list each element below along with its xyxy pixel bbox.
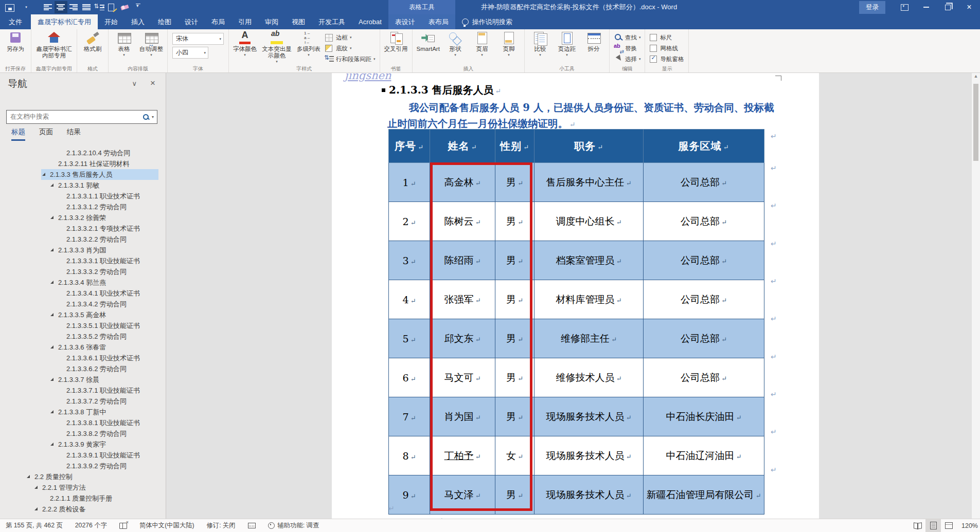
qat-align-left-button[interactable] <box>42 1 55 13</box>
vertical-scrollbar[interactable]: ▲ <box>971 72 980 519</box>
tab-insert[interactable]: 插入 <box>124 14 151 29</box>
nav-heading-item[interactable]: 2.1.3.3.5.2 劳动合同 <box>0 331 166 342</box>
nav-heading-item[interactable]: 2.1.3.2.11 社保证明材料 <box>0 158 166 169</box>
gridlines-checkbox[interactable]: 网格线 <box>648 43 686 53</box>
tab-draw[interactable]: 绘图 <box>151 14 178 29</box>
close-icon[interactable]: × <box>150 78 155 88</box>
nav-heading-item[interactable]: 2.1.3.3.1 郭敏 <box>0 180 166 191</box>
autofit-button[interactable]: 自动调整▾ <box>138 31 165 58</box>
document-search-input[interactable]: 在文档中搜索 ▾ <box>6 110 157 124</box>
cell-gender[interactable]: 男↵ <box>495 202 534 241</box>
scrollbar-thumb[interactable] <box>973 84 978 161</box>
navigation-pane-checkbox[interactable]: 导航窗格 <box>648 54 686 64</box>
cell-gender[interactable]: 男↵ <box>495 319 534 358</box>
nav-heading-item[interactable]: 2.1.3.3.2.1 专项技术证书 <box>0 223 166 234</box>
cell-region[interactable]: 公司总部↵ <box>644 280 764 319</box>
cell-name[interactable]: 陈树云↵ <box>430 202 495 241</box>
tab-file[interactable]: 文件 <box>0 14 31 29</box>
scroll-up-icon[interactable]: ▲ <box>972 74 980 79</box>
font-name-combo[interactable]: 宋体▾ <box>172 33 224 45</box>
track-changes-status[interactable]: 修订: 关闭 <box>207 521 236 530</box>
sign-in-button[interactable]: 登录 <box>859 1 885 14</box>
nav-heading-item[interactable]: 2.1.3.3.8.2 劳动合同 <box>0 428 166 439</box>
expand-arrow-icon[interactable] <box>50 184 54 187</box>
zoom-level[interactable]: 120% <box>961 522 978 529</box>
page-number-status[interactable]: 第 155 页, 共 462 页 <box>6 521 63 530</box>
word-count-status[interactable]: 20276 个字 <box>75 521 107 530</box>
qat-customize-qat-button[interactable] <box>132 1 145 13</box>
proofing-status[interactable] <box>119 523 127 529</box>
cell-region[interactable]: 公司总部↵ <box>644 163 764 202</box>
shapes-button[interactable]: 形状▾ <box>442 31 468 58</box>
nav-heading-item[interactable]: 2.1.3.3.4.1 职业技术证书 <box>0 288 166 299</box>
margins-button[interactable]: 页边距▾ <box>554 31 580 58</box>
tab-table-layout[interactable]: 表布局 <box>422 14 455 29</box>
minimize-button[interactable] <box>915 0 937 14</box>
text-highlight-button[interactable]: 文本突出显示颜色▾ <box>259 31 294 64</box>
cell-title[interactable]: 现场服务技术人员↵ <box>534 397 644 436</box>
split-button[interactable]: 拆分 <box>581 31 607 53</box>
tab-references[interactable]: 引用 <box>231 14 258 29</box>
nav-heading-item[interactable]: 2.1.3.3.7 徐晨 <box>0 374 166 385</box>
borders-button[interactable]: 边框▾ <box>323 32 377 43</box>
cell-no[interactable]: 9↵ <box>389 475 430 515</box>
nav-tab-pages[interactable]: 页面 <box>39 127 53 141</box>
cell-name[interactable]: 马文泽↵ <box>430 475 495 515</box>
nav-heading-item[interactable]: 2.1.3.2.10.4 劳动合同 <box>0 148 166 158</box>
nav-tab-headings[interactable]: 标题 <box>11 127 25 141</box>
nav-heading-item[interactable]: 2.1.3.3.7.2 劳动合同 <box>0 396 166 407</box>
brand-suite-button[interactable]: 鑫晟宇标书汇内部专用 <box>34 31 74 60</box>
nav-heading-item[interactable]: 2.2.1 管理方法 <box>0 482 166 493</box>
cell-title[interactable]: 维修部主任↵ <box>534 319 644 358</box>
nav-heading-item[interactable]: 2.1.3.3.3.2 劳动合同 <box>0 266 166 277</box>
nav-tab-results[interactable]: 结果 <box>67 127 81 141</box>
nav-heading-item[interactable]: 2.2 质量控制 <box>0 471 166 482</box>
tab-acrobat[interactable]: Acrobat <box>352 14 388 29</box>
overtype-status[interactable] <box>248 523 256 528</box>
nav-heading-item[interactable]: 2.1.3.3.9.1 职业技能证书 <box>0 450 166 461</box>
format-painter-button[interactable]: 格式刷 <box>80 31 105 53</box>
cell-gender[interactable]: 男↵ <box>495 280 534 319</box>
cell-region[interactable]: 公司总部↵ <box>644 241 764 280</box>
cell-name[interactable]: 丁柏予↵ <box>430 436 495 475</box>
qat-format-eraser-button[interactable] <box>119 1 132 13</box>
cell-name[interactable]: 高金林↵ <box>430 163 495 202</box>
restore-button[interactable] <box>937 0 958 14</box>
cell-title[interactable]: 档案室管理员↵ <box>534 241 644 280</box>
nav-heading-item[interactable]: 2.1.3.3.7.1 职业技能证书 <box>0 385 166 396</box>
font-size-combo[interactable]: 小四▾ <box>172 47 208 59</box>
compare-button[interactable]: 比较▾ <box>527 31 553 58</box>
smartart-button[interactable]: SmartArt <box>415 31 441 53</box>
accessibility-status[interactable]: 辅助功能: 调查 <box>268 521 319 530</box>
qat-undo-button[interactable]: ▾ <box>16 1 29 13</box>
close-button[interactable]: × <box>958 0 980 14</box>
find-button[interactable]: 查找▾ <box>612 32 643 43</box>
qat-align-center-button[interactable] <box>55 1 67 13</box>
expand-arrow-icon[interactable] <box>50 281 54 284</box>
header-button[interactable]: 页眉▾ <box>469 31 495 58</box>
cell-no[interactable]: 7↵ <box>389 397 430 436</box>
cell-title[interactable]: 现场服务技术人员↵ <box>534 475 644 515</box>
tab-table-design[interactable]: 表设计 <box>388 14 422 29</box>
qat-redo-button[interactable] <box>29 1 42 13</box>
document-page[interactable]: jingshen 2.1.3.3 售后服务人员 ↵ 我公司配备售后服务人员 9 … <box>332 72 819 519</box>
tab-design[interactable]: 设计 <box>178 14 205 29</box>
qat-align-right-button[interactable] <box>67 1 80 13</box>
cell-gender[interactable]: 男↵ <box>495 163 534 202</box>
cell-name[interactable]: 邱文东↵ <box>430 319 495 358</box>
cell-name[interactable]: 陈绍雨↵ <box>430 241 495 280</box>
nav-heading-item[interactable]: 2.1.3.3.8.1 职业技能证书 <box>0 417 166 428</box>
nav-heading-item[interactable]: 2.1.3.3.4.2 劳动合同 <box>0 299 166 309</box>
cell-gender[interactable]: 男↵ <box>495 241 534 280</box>
tab-layout[interactable]: 布局 <box>205 14 231 29</box>
nav-heading-item[interactable]: 2.1.3.3.6 张春雷 <box>0 342 166 353</box>
cell-gender[interactable]: 女↵ <box>495 436 534 475</box>
cell-region[interactable]: 公司总部↵ <box>644 319 764 358</box>
cell-region[interactable]: 新疆石油管理局有限公司↵ <box>644 475 764 515</box>
cell-name[interactable]: 马文可↵ <box>430 358 495 397</box>
nav-heading-item[interactable]: 2.1.3.3.2.2 劳动合同 <box>0 234 166 245</box>
cross-reference-button[interactable]: 交叉引用 <box>383 31 409 53</box>
nav-heading-item[interactable]: 2.1.3.3.4 郭兰燕 <box>0 277 166 288</box>
qat-track-changes-button[interactable] <box>106 1 119 13</box>
save-as-button[interactable]: 另存为 <box>3 31 28 53</box>
